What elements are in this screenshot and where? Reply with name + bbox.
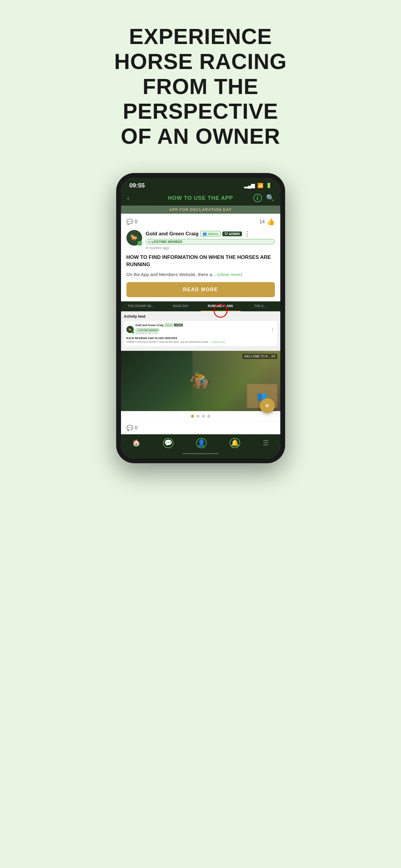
nav-notifications[interactable]: 🔔 xyxy=(230,438,240,448)
inner-more-options[interactable]: ⋮ xyxy=(271,327,275,332)
admin-dark-badge: 🛡 ADMIN xyxy=(222,231,242,236)
bottom-nav: 🏠 💬 👤 🔔 ☰ xyxy=(121,434,280,451)
more-options-button[interactable]: ⋮ xyxy=(244,230,251,238)
nav-menu[interactable]: ☰ xyxy=(263,439,269,447)
phone-mockup: 09:55 ▂▄▆ 📶 🔋 ‹ HOW TO USE THE APP i 🔍 xyxy=(116,173,285,463)
author-name: Gold and Green Craig xyxy=(146,231,199,237)
post-title: HOW TO FIND INFORMATION ON WHEN THE HORS… xyxy=(126,254,275,268)
fab-add-button[interactable]: + xyxy=(260,398,275,413)
nav-profile[interactable]: 👤 xyxy=(196,438,207,448)
inner-verified-badge xyxy=(132,331,134,334)
battery-icon: 🔋 xyxy=(266,183,272,188)
post-card: 💬 0 14 👍 🐎 ✓ xyxy=(121,214,280,301)
verified-badge: ✓ xyxy=(137,241,142,246)
hero-line1: EXPERIENCE HORSE RACING xyxy=(114,24,287,73)
comment-count: 💬 0 xyxy=(126,218,138,225)
avatar-wrap: 🐎 ✓ xyxy=(126,230,142,246)
nav-title: HOW TO USE THE APP xyxy=(168,195,233,201)
status-bar: 09:55 ▂▄▆ 📶 🔋 xyxy=(121,178,280,192)
wifi-icon: 📶 xyxy=(257,183,263,188)
bell-icon: 🔔 xyxy=(230,438,240,448)
banner-stripe: APP FOR DECLARATION DAY xyxy=(121,206,280,214)
inner-tab-running-plans[interactable]: RUNNING PLANS xyxy=(201,301,240,311)
inner-screenshot: THE CROWD NE... RACE DAY RUNNING PLANS T… xyxy=(121,301,280,411)
like-count: 14 👍 xyxy=(259,218,275,226)
admin-badge: 👥 Admin xyxy=(200,231,221,237)
image-overlay: WELCOME TO R... 3/3 xyxy=(242,354,277,359)
hero-section: EXPERIENCE HORSE RACING FROM THE PERSPEC… xyxy=(87,0,314,164)
menu-icon: ☰ xyxy=(263,439,269,447)
hero-line2: FROM THE PERSPECTIVE xyxy=(123,74,278,124)
inner-tab-crowd[interactable]: THE CROWD NE... xyxy=(121,301,161,311)
post-bottom: 💬 0 + xyxy=(121,421,280,434)
inner-author-row: 🐎 Gold and Green Craig Admin ADMIN xyxy=(126,323,275,336)
nav-bar: ‹ HOW TO USE THE APP i 🔍 xyxy=(121,192,280,206)
home-bar xyxy=(182,453,219,454)
chat-icon: 💬 xyxy=(163,438,173,448)
info-icon[interactable]: i xyxy=(254,194,262,202)
inner-tabs: THE CROWD NE... RACE DAY RUNNING PLANS T… xyxy=(121,301,280,311)
bottom-comment-count: 💬 0 xyxy=(126,425,138,431)
inner-lifetime-badge: ∞LIFETIME MEMBER xyxy=(136,329,160,332)
post-meta-top: 💬 0 14 👍 xyxy=(126,218,275,226)
hero-line3: OF AN OWNER xyxy=(121,124,280,148)
author-name-row: Gold and Green Craig 👥 Admin 🛡 ADMIN ⋮ xyxy=(146,230,275,238)
dot-3 xyxy=(202,415,205,418)
nav-chat[interactable]: 💬 xyxy=(163,438,173,448)
inner-feed: Activity feed 🐎 Gold and Green Craig xyxy=(121,311,280,351)
phone-screen: 09:55 ▂▄▆ 📶 🔋 ‹ HOW TO USE THE APP i 🔍 xyxy=(121,178,280,458)
inner-feed-title: Activity feed xyxy=(124,314,277,318)
status-time: 09:55 xyxy=(130,182,145,189)
home-indicator xyxy=(121,451,280,458)
phone-outer-frame: 09:55 ▂▄▆ 📶 🔋 ‹ HOW TO USE THE APP i 🔍 xyxy=(116,173,285,463)
dot-1 xyxy=(191,415,194,418)
admin-badge-icon: 👥 xyxy=(203,232,207,236)
inner-tab-the-g[interactable]: THE G... xyxy=(240,301,280,311)
inner-post: 🐎 Gold and Green Craig Admin ADMIN xyxy=(124,321,277,346)
profile-icon: 👤 xyxy=(196,438,207,448)
dot-2 xyxy=(196,415,199,418)
comment-icon: 💬 xyxy=(126,218,133,225)
racing-image: 🏇 👥 WELCOME TO R... 3/3 xyxy=(121,351,280,411)
show-more-link[interactable]: (show more) xyxy=(217,272,242,277)
inner-author-name: Gold and Green Craig xyxy=(136,324,164,327)
inner-author-info: Gold and Green Craig Admin ADMIN ∞LIFETI… xyxy=(136,323,269,336)
admin-shield-icon: 🛡 xyxy=(225,232,228,236)
inner-avatar: 🐎 xyxy=(126,326,134,333)
avatar-image: 🐎 xyxy=(130,234,138,242)
red-circle-annotation xyxy=(213,304,228,318)
home-icon: 🏠 xyxy=(132,439,140,447)
signal-icon: ▂▄▆ xyxy=(244,183,255,188)
nav-action-icons: i 🔍 xyxy=(254,194,274,202)
read-more-button[interactable]: READ MORE xyxy=(126,282,275,297)
inner-post-text: THREE PLATOON & ACED IT both ran this we… xyxy=(126,341,275,344)
status-icons: ▂▄▆ 📶 🔋 xyxy=(244,183,271,188)
comment-icon-bottom: 💬 xyxy=(126,425,133,431)
inner-post-title: RACE REVIEWS AND PLANS UPDATES xyxy=(126,337,275,340)
post-time: 9 months ago xyxy=(146,246,275,250)
inner-post-subtitle: Yesterday to RACE DAY xyxy=(136,332,269,334)
lifetime-badge: ∞ LIFETIME MEMBER xyxy=(146,239,275,244)
like-icon[interactable]: 👍 xyxy=(267,218,275,226)
author-info: Gold and Green Craig 👥 Admin 🛡 ADMIN ⋮ xyxy=(146,230,275,250)
inner-admin-badge: Admin xyxy=(165,323,173,327)
dots-indicator xyxy=(121,411,280,421)
back-button[interactable]: ‹ xyxy=(127,193,130,203)
post-excerpt: On the App and Members Website, there a.… xyxy=(126,271,275,278)
inner-admin-dark-badge: ADMIN xyxy=(174,324,183,327)
author-row: 🐎 ✓ Gold and Green Craig 👥 Admin xyxy=(126,230,275,250)
dot-4 xyxy=(207,415,210,418)
nav-home[interactable]: 🏠 xyxy=(132,439,140,447)
search-icon[interactable]: 🔍 xyxy=(266,194,274,202)
inner-tab-race-day[interactable]: RACE DAY xyxy=(161,301,201,311)
